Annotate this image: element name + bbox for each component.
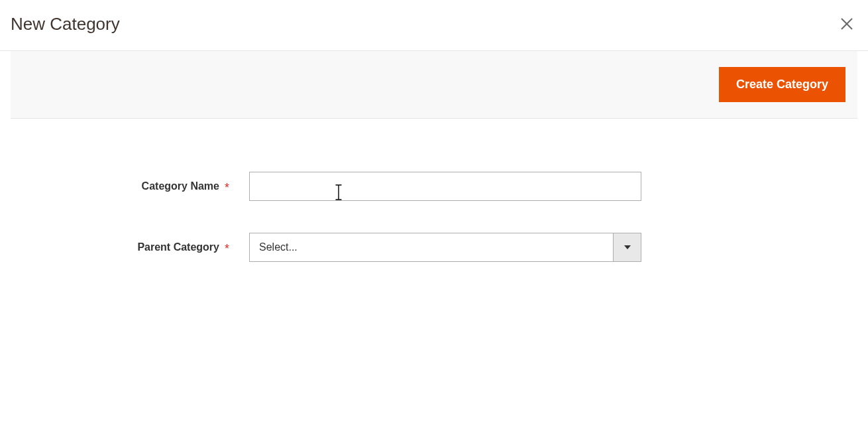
required-indicator-icon: * xyxy=(225,243,229,255)
parent-category-label-wrap: Parent Category * xyxy=(11,241,249,253)
close-icon xyxy=(839,16,855,32)
parent-category-select-toggle[interactable] xyxy=(613,233,641,261)
parent-category-control: Select... xyxy=(249,233,641,262)
parent-category-label: Parent Category xyxy=(137,241,219,253)
parent-category-row: Parent Category * Select... xyxy=(11,233,857,262)
close-button[interactable] xyxy=(836,13,857,34)
caret-down-icon xyxy=(624,245,631,249)
create-category-button[interactable]: Create Category xyxy=(719,67,845,102)
form-area: Category Name * Parent Category * Select… xyxy=(0,119,868,262)
modal-title: New Category xyxy=(11,14,120,34)
modal-header: New Category xyxy=(0,0,868,51)
category-name-input[interactable] xyxy=(249,172,641,201)
category-name-label: Category Name xyxy=(142,180,219,192)
parent-category-select[interactable]: Select... xyxy=(249,233,641,262)
category-name-row: Category Name * xyxy=(11,172,857,201)
parent-category-select-display: Select... xyxy=(250,233,613,261)
category-name-control xyxy=(249,172,641,201)
action-bar: Create Category xyxy=(11,51,857,119)
required-indicator-icon: * xyxy=(225,182,229,194)
category-name-label-wrap: Category Name * xyxy=(11,180,249,192)
